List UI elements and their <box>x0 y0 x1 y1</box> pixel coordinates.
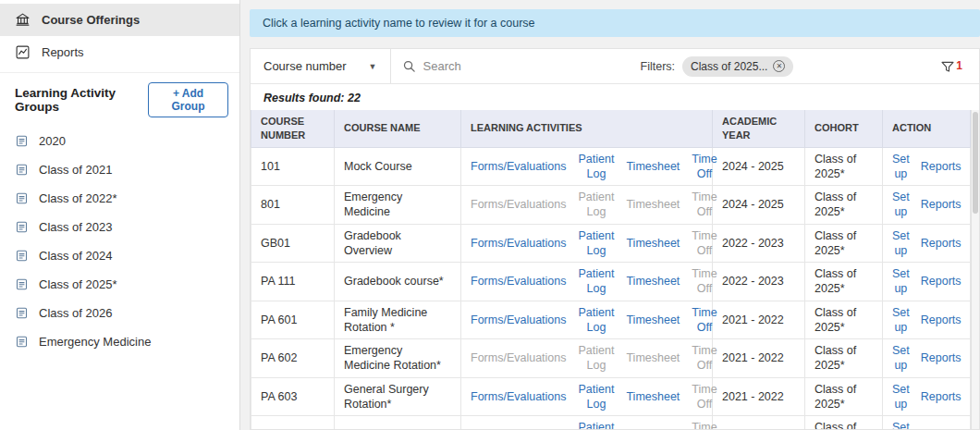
time-off-link[interactable]: Time Off <box>692 305 717 336</box>
add-group-button[interactable]: + Add Group <box>148 82 228 117</box>
reports-link[interactable]: Reports <box>921 197 962 212</box>
sidebar-group-item[interactable]: Emergency Medicine <box>0 327 239 356</box>
forms-evaluations-link[interactable]: Forms/Evaluations <box>471 427 567 429</box>
patient-log-link[interactable]: Patient Log <box>579 266 615 297</box>
reports-link[interactable]: Reports <box>921 389 962 404</box>
set-up-link[interactable]: Set up <box>892 152 910 182</box>
learning-activities-cell: Forms/Evaluations Patient Log Timesheet … <box>461 263 713 301</box>
sidebar-group-item[interactable]: Class of 2023 <box>0 213 239 241</box>
action-cell: Set up Reports <box>883 186 971 225</box>
table-row: PA 604 Pediatrics Rotation* Forms/Evalua… <box>251 416 971 429</box>
set-up-link[interactable]: Set up <box>892 382 910 412</box>
action-cell: Set up Reports <box>883 301 971 339</box>
academic-year-cell: 2024 - 2025 <box>713 416 805 429</box>
bank-icon <box>15 12 31 28</box>
group-label: Class of 2025* <box>39 277 117 291</box>
learning-activities-cell: Forms/Evaluations Patient Log Timesheet … <box>461 147 713 186</box>
set-up-link[interactable]: Set up <box>892 305 910 336</box>
time-off-link[interactable]: Time Off <box>692 190 717 220</box>
remove-filter-icon[interactable]: ✕ <box>773 60 785 72</box>
set-up-link[interactable]: Set up <box>892 420 910 429</box>
action-cell: Set up Reports <box>883 377 971 416</box>
sidebar-group-item[interactable]: Class of 2022* <box>0 184 239 213</box>
line-chart-icon <box>15 44 31 60</box>
reports-link[interactable]: Reports <box>921 313 962 327</box>
group-label: Class of 2026 <box>39 306 113 320</box>
patient-log-link[interactable]: Patient Log <box>579 382 615 412</box>
patient-log-link[interactable]: Patient Log <box>579 190 615 220</box>
list-icon <box>15 220 29 234</box>
academic-year-cell: 2021 - 2022 <box>713 377 805 416</box>
course-name-cell: Emergency Medicine <box>335 186 461 225</box>
main-content: Click a learning activity name to review… <box>240 0 980 430</box>
forms-evaluations-link[interactable]: Forms/Evaluations <box>471 274 567 289</box>
sidebar-group-item[interactable]: Class of 2025* <box>0 270 239 299</box>
time-off-link[interactable]: Time Off <box>692 420 717 429</box>
header-course-name: COURSE NAME <box>335 110 461 147</box>
sidebar-item-reports[interactable]: Reports <box>0 36 239 68</box>
scrollbar-thumb[interactable] <box>973 112 978 214</box>
patient-log-link[interactable]: Patient Log <box>579 228 615 259</box>
groups-list: 2020 Class of 2021 Class of 2022* Class … <box>0 127 239 356</box>
reports-link[interactable]: Reports <box>921 159 962 174</box>
academic-year-cell: 2024 - 2025 <box>713 186 805 225</box>
table-row: PA 601 Family Medicine Rotation * Forms/… <box>251 301 971 339</box>
reports-link[interactable]: Reports <box>921 236 962 251</box>
reports-link[interactable]: Reports <box>921 350 962 365</box>
forms-evaluations-link[interactable]: Forms/Evaluations <box>471 350 567 365</box>
time-off-link[interactable]: Time Off <box>692 382 717 412</box>
forms-evaluations-link[interactable]: Forms/Evaluations <box>471 313 567 327</box>
timesheet-link[interactable]: Timesheet <box>626 197 680 212</box>
patient-log-link[interactable]: Patient Log <box>579 305 615 336</box>
learning-activities-cell: Forms/Evaluations Patient Log Timesheet … <box>461 186 713 225</box>
time-off-link[interactable]: Time Off <box>692 266 717 297</box>
group-label: Class of 2023 <box>39 220 113 234</box>
group-label: Class of 2022* <box>39 191 117 205</box>
sidebar-group-item[interactable]: Class of 2024 <box>0 241 239 270</box>
sidebar-group-item[interactable]: Class of 2026 <box>0 299 239 327</box>
filter-chip-label: Class of 2025... <box>691 60 767 73</box>
sidebar-group-item[interactable]: Class of 2021 <box>0 155 239 184</box>
sidebar-item-course-offerings[interactable]: Course Offerings <box>0 4 239 36</box>
reports-link[interactable]: Reports <box>921 274 962 289</box>
sidebar-group-item[interactable]: 2020 <box>0 127 239 155</box>
filters-label: Filters: <box>641 60 676 73</box>
table-row: GB01 Gradebook Overview Forms/Evaluation… <box>251 224 971 263</box>
time-off-link[interactable]: Time Off <box>692 228 717 259</box>
patient-log-link[interactable]: Patient Log <box>579 420 615 429</box>
list-icon <box>15 163 29 177</box>
course-name-cell: Pediatrics Rotation* <box>335 416 461 429</box>
patient-log-link[interactable]: Patient Log <box>579 343 615 374</box>
timesheet-link[interactable]: Timesheet <box>626 427 680 429</box>
timesheet-link[interactable]: Timesheet <box>626 389 680 404</box>
table-row: 801 Emergency Medicine Forms/Evaluations… <box>251 186 971 225</box>
cohort-cell: Class of 2025* <box>805 224 883 263</box>
timesheet-link[interactable]: Timesheet <box>626 236 680 251</box>
set-up-link[interactable]: Set up <box>892 190 910 220</box>
set-up-link[interactable]: Set up <box>892 266 910 297</box>
patient-log-link[interactable]: Patient Log <box>579 152 615 182</box>
forms-evaluations-link[interactable]: Forms/Evaluations <box>471 389 567 404</box>
time-off-link[interactable]: Time Off <box>692 152 717 182</box>
forms-evaluations-link[interactable]: Forms/Evaluations <box>471 159 567 174</box>
forms-evaluations-link[interactable]: Forms/Evaluations <box>471 236 567 251</box>
filter-chip[interactable]: Class of 2025... ✕ <box>682 56 793 77</box>
timesheet-link[interactable]: Timesheet <box>626 313 680 327</box>
group-label: 2020 <box>39 134 66 148</box>
header-learning-activities: LEARNING ACTIVITIES <box>461 110 713 147</box>
set-up-link[interactable]: Set up <box>892 343 910 374</box>
time-off-link[interactable]: Time Off <box>692 343 717 374</box>
timesheet-link[interactable]: Timesheet <box>626 350 680 365</box>
filter-funnel-button[interactable]: 1 <box>940 59 979 74</box>
list-icon <box>15 277 29 291</box>
course-name-cell: Gradebook Overview <box>335 224 461 263</box>
search-input[interactable] <box>423 59 630 73</box>
timesheet-link[interactable]: Timesheet <box>626 274 680 289</box>
academic-year-cell: 2021 - 2022 <box>713 301 805 339</box>
table-scrollbar[interactable] <box>971 110 979 429</box>
forms-evaluations-link[interactable]: Forms/Evaluations <box>471 197 567 212</box>
set-up-link[interactable]: Set up <box>892 228 910 259</box>
timesheet-link[interactable]: Timesheet <box>626 159 680 174</box>
reports-link[interactable]: Reports <box>921 427 962 429</box>
search-by-select[interactable]: Course number ▼ <box>251 49 391 83</box>
